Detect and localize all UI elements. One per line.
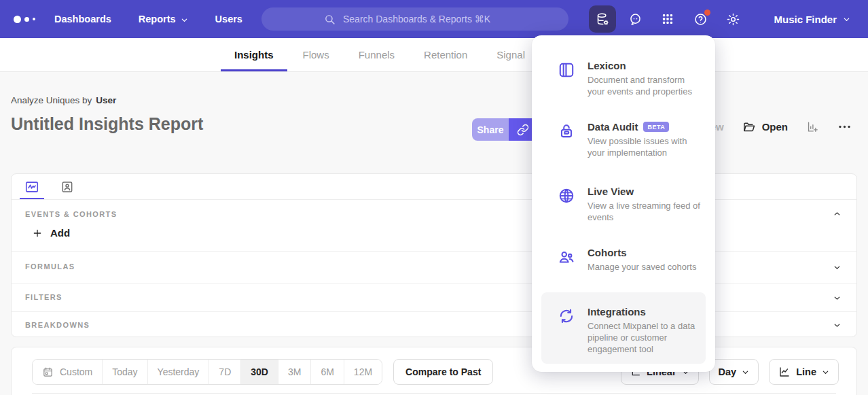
menu-item-title: Lexicon xyxy=(587,60,703,71)
toolbar-divider xyxy=(32,393,836,394)
add-label: Add xyxy=(50,227,70,239)
apps-grid-button[interactable] xyxy=(654,5,681,33)
compare-to-past-button[interactable]: Compare to Past xyxy=(393,359,493,385)
global-search[interactable] xyxy=(261,7,568,31)
data-management-popup: Lexicon Document and transform your even… xyxy=(532,35,715,372)
date-range-12m[interactable]: 12M xyxy=(344,360,382,384)
primary-nav: Dashboards Reports Users xyxy=(54,14,242,24)
menu-item-lexicon[interactable]: Lexicon Document and transform your even… xyxy=(558,60,703,97)
data-management-button[interactable] xyxy=(589,5,616,33)
people-icon xyxy=(558,248,575,266)
chart-wave-icon xyxy=(24,179,39,194)
section-label: BREAKDOWNS xyxy=(25,321,90,329)
menu-item-cohorts[interactable]: Cohorts Manage your saved cohorts xyxy=(558,247,703,273)
open-label: Open xyxy=(762,121,788,133)
nav-item-dashboards[interactable]: Dashboards xyxy=(54,14,111,24)
person-card-icon xyxy=(60,180,74,194)
report-header: Analyze Uniques by User Untitled Insight… xyxy=(11,95,203,134)
toolbar-row: Custom Today Yesterday 7D 30D 3M 6M 12M … xyxy=(12,347,856,385)
section-filters[interactable]: FILTERS xyxy=(12,284,856,312)
menu-item-data-audit[interactable]: Data Audit BETA View possible issues wit… xyxy=(558,121,703,158)
settings-button[interactable] xyxy=(719,5,746,33)
menu-item-description: View possible issues with your implement… xyxy=(587,135,703,158)
chevron-down-icon xyxy=(843,16,850,23)
add-to-dashboard-button[interactable] xyxy=(806,120,819,133)
section-breakdowns[interactable]: BREAKDOWNS xyxy=(12,312,856,337)
section-formulas[interactable]: FORMULAS xyxy=(12,252,856,284)
menu-item-description: Document and transform your events and p… xyxy=(587,74,703,97)
menu-item-description: Connect Mixpanel to a data pipeline or c… xyxy=(587,320,706,355)
menu-item-description: Manage your saved cohorts xyxy=(587,261,696,273)
date-range-6m[interactable]: 6M xyxy=(311,360,344,384)
tab-flows[interactable]: Flows xyxy=(303,38,329,71)
nav-right-cluster: Music Finder xyxy=(589,5,854,33)
grid-icon xyxy=(661,12,674,26)
link-icon xyxy=(517,124,529,136)
plus-icon xyxy=(32,228,43,239)
mixpanel-logo-icon[interactable] xyxy=(14,16,35,23)
date-range-control: Custom Today Yesterday 7D 30D 3M 6M 12M xyxy=(32,359,382,385)
page-title[interactable]: Untitled Insights Report xyxy=(11,114,203,134)
page: Dashboards Reports Users xyxy=(0,0,868,395)
chevron-down-icon xyxy=(833,320,842,332)
notification-dot xyxy=(704,10,710,16)
project-switcher[interactable]: Music Finder xyxy=(770,13,854,26)
lexicon-book-icon xyxy=(558,61,575,79)
tab-funnels[interactable]: Funnels xyxy=(359,38,395,71)
gear-icon xyxy=(726,12,740,27)
menu-item-integrations[interactable]: Integrations Connect Mixpanel to a data … xyxy=(541,292,706,364)
database-gear-icon xyxy=(596,12,610,27)
menu-item-title: Live View xyxy=(587,186,703,197)
report-tabbar: Insights Flows Funnels Retention Signal … xyxy=(0,38,868,72)
date-range-yesterday[interactable]: Yesterday xyxy=(148,360,210,384)
folder-icon xyxy=(742,120,756,134)
date-range-custom[interactable]: Custom xyxy=(33,360,103,384)
chevron-up-icon xyxy=(833,209,842,221)
breadcrumb-entity[interactable]: User xyxy=(96,95,116,105)
date-range-3m[interactable]: 3M xyxy=(278,360,311,384)
tab-signal[interactable]: Signal xyxy=(496,38,525,71)
section-events-cohorts[interactable]: EVENTS & COHORTS Add xyxy=(12,200,856,252)
tab-profiles-view[interactable] xyxy=(55,174,79,199)
date-range-7d[interactable]: 7D xyxy=(209,360,241,384)
nav-item-reports-label: Reports xyxy=(139,14,176,24)
search-icon xyxy=(324,14,336,25)
speech-bubble-icon xyxy=(628,12,643,27)
sync-arrows-icon xyxy=(558,307,575,325)
menu-item-live-view[interactable]: Live View View a live streaming feed of … xyxy=(558,186,703,223)
open-report-button[interactable]: Open xyxy=(742,120,788,134)
more-options-button[interactable] xyxy=(837,120,852,134)
section-label: FORMULAS xyxy=(25,262,75,271)
tab-events-view[interactable] xyxy=(20,174,44,199)
tab-insights[interactable]: Insights xyxy=(234,38,274,71)
menu-item-description: View a live streaming feed of events xyxy=(587,200,703,223)
date-range-30d[interactable]: 30D xyxy=(241,360,278,384)
chevron-down-icon xyxy=(833,293,842,305)
search-input[interactable] xyxy=(342,13,506,25)
share-button[interactable]: Share xyxy=(472,118,509,141)
chevron-down-icon xyxy=(742,368,749,376)
calendar-icon xyxy=(42,366,54,378)
messages-button[interactable] xyxy=(621,5,649,33)
chart-toolbar-panel: Custom Today Yesterday 7D 30D 3M 6M 12M … xyxy=(11,347,857,395)
date-range-today[interactable]: Today xyxy=(103,360,147,384)
chevron-down-icon xyxy=(181,16,188,24)
interval-dropdown[interactable]: Day xyxy=(709,359,759,385)
project-name: Music Finder xyxy=(774,14,837,25)
chart-type-label: Line xyxy=(796,366,816,377)
menu-item-title: Cohorts xyxy=(587,247,696,258)
tab-retention[interactable]: Retention xyxy=(424,38,467,71)
nav-item-reports[interactable]: Reports xyxy=(139,14,188,24)
section-label: FILTERS xyxy=(25,293,62,301)
nav-item-users[interactable]: Users xyxy=(215,14,242,24)
globe-icon xyxy=(558,187,575,205)
chart-type-dropdown[interactable]: Line xyxy=(769,359,839,385)
breadcrumb-prefix: Analyze Uniques by xyxy=(11,95,92,105)
chevron-down-icon xyxy=(833,262,842,275)
breadcrumb: Analyze Uniques by User xyxy=(11,95,203,105)
section-label: EVENTS & COHORTS xyxy=(25,210,117,218)
interval-label: Day xyxy=(719,366,737,377)
add-event-button[interactable]: Add xyxy=(32,227,70,239)
header-actions: New Open xyxy=(703,120,852,134)
help-button[interactable] xyxy=(687,5,714,33)
